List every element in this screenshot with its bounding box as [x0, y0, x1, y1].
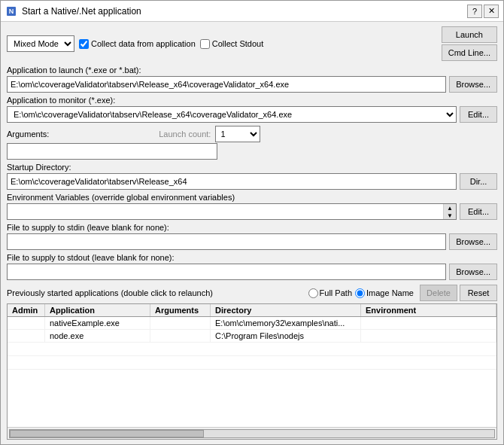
env-vars-section: Environment Variables (override global e…: [7, 193, 497, 220]
h-scrollbar-container: [8, 427, 496, 439]
cell-dir-1: E:\om\c\memory32\examples\nati...: [211, 317, 361, 329]
image-name-radio-label[interactable]: Image Name: [355, 288, 414, 298]
prev-apps-section: Previously started applications (double …: [7, 285, 497, 440]
main-window: N Start a Native/.Net application ? ✕ Mi…: [0, 0, 504, 445]
env-vars-row: ▲ ▼ Edit...: [7, 203, 497, 220]
stdin-input[interactable]: [7, 233, 446, 250]
col-arguments: Arguments: [150, 304, 211, 316]
env-vars-input[interactable]: [8, 204, 443, 219]
full-path-text: Full Path: [320, 288, 352, 297]
image-name-radio[interactable]: [355, 288, 365, 298]
delete-button[interactable]: Delete: [420, 285, 457, 301]
stdout-section: File to supply to stdout (leave blank fo…: [7, 253, 497, 280]
table-row-empty: [8, 356, 496, 370]
collect-stdout-label[interactable]: Collect Stdout: [200, 39, 263, 49]
col-environment: Environment: [361, 304, 496, 316]
launch-count-combo[interactable]: 1: [215, 126, 260, 142]
title-bar: N Start a Native/.Net application ? ✕: [1, 1, 503, 22]
svg-text:N: N: [9, 8, 14, 15]
toolbar-row: Mixed Mode Collect data from application…: [7, 26, 497, 61]
close-button[interactable]: ✕: [484, 5, 499, 18]
path-radio-group: Full Path Image Name: [308, 288, 414, 298]
cell-env-2: [361, 330, 496, 342]
app-monitor-label: Application to monitor (*.exe):: [7, 96, 497, 105]
applications-table: Admin Application Arguments Directory En…: [7, 303, 497, 440]
env-vars-label: Environment Variables (override global e…: [7, 193, 497, 202]
cell-dir-2: C:\Program Files\nodejs: [211, 330, 361, 342]
startup-dir-section: Startup Directory: Dir...: [7, 163, 497, 190]
app-monitor-combo[interactable]: E:\om\c\coverageValidator\tabserv\Releas…: [7, 106, 457, 123]
stdout-browse-button[interactable]: Browse...: [449, 264, 497, 280]
cell-admin-1: [8, 317, 45, 329]
app-monitor-row: E:\om\c\coverageValidator\tabserv\Releas…: [7, 106, 497, 123]
table-head: Admin Application Arguments Directory En…: [8, 304, 496, 317]
stdout-label: File to supply to stdout (leave blank fo…: [7, 253, 497, 262]
window-title: Start a Native/.Net application: [22, 6, 467, 17]
app-launch-section: Application to launch (*.exe or *.bat): …: [7, 66, 497, 93]
arguments-input[interactable]: [7, 143, 217, 160]
app-monitor-section: Application to monitor (*.exe): E:\om\c\…: [7, 96, 497, 123]
cell-args-2: [150, 330, 211, 342]
help-button[interactable]: ?: [467, 5, 482, 18]
table-row[interactable]: node.exe C:\Program Files\nodejs: [8, 330, 496, 343]
reset-button[interactable]: Reset: [460, 285, 497, 301]
content-area: Mixed Mode Collect data from application…: [1, 22, 503, 444]
table-row-empty: [8, 343, 496, 356]
col-application: Application: [45, 304, 150, 316]
table-action-btns: Delete Reset: [420, 285, 497, 301]
args-row: Arguments: Launch count: 1: [7, 126, 497, 142]
app-launch-row: Browse...: [7, 76, 497, 93]
app-launch-label: Application to launch (*.exe or *.bat):: [7, 66, 497, 75]
arguments-section: Arguments: Launch count: 1: [7, 126, 497, 160]
browse-app-button[interactable]: Browse...: [449, 76, 497, 93]
window-controls: ? ✕: [467, 5, 499, 18]
stdin-section: File to supply to stdin (leave blank for…: [7, 223, 497, 250]
launch-count-label: Launch count:: [159, 130, 211, 139]
table-header-row: Previously started applications (double …: [7, 285, 497, 301]
image-name-text: Image Name: [366, 288, 414, 297]
table-row[interactable]: nativeExample.exe E:\om\c\memory32\examp…: [8, 317, 496, 330]
collect-stdout-checkbox[interactable]: [200, 39, 210, 49]
cell-app-2: node.exe: [45, 330, 150, 342]
mode-select[interactable]: Mixed Mode: [7, 35, 74, 52]
app-icon: N: [5, 5, 17, 17]
dir-button[interactable]: Dir...: [460, 173, 497, 190]
stdout-input[interactable]: [7, 264, 446, 280]
stdin-browse-button[interactable]: Browse...: [449, 233, 497, 250]
launch-button[interactable]: Launch: [442, 26, 497, 43]
env-edit-button[interactable]: Edit...: [460, 203, 497, 220]
table-body: nativeExample.exe E:\om\c\memory32\examp…: [8, 317, 496, 427]
stdout-row: Browse...: [7, 264, 497, 280]
cell-env-1: [361, 317, 496, 329]
collect-data-text: Collect data from application: [91, 39, 196, 48]
col-directory: Directory: [211, 304, 361, 316]
env-spinner-up[interactable]: ▲: [444, 204, 456, 212]
collect-data-label[interactable]: Collect data from application: [79, 39, 196, 49]
stdin-label: File to supply to stdin (leave blank for…: [7, 223, 497, 232]
stdin-row: Browse...: [7, 233, 497, 250]
full-path-radio[interactable]: [308, 288, 318, 298]
col-admin: Admin: [8, 304, 45, 316]
env-spinner-down[interactable]: ▼: [444, 212, 456, 219]
startup-dir-input[interactable]: [7, 173, 457, 190]
cmd-line-button[interactable]: Cmd Line...: [442, 44, 497, 61]
arguments-label: Arguments:: [7, 130, 49, 139]
cell-admin-2: [8, 330, 45, 342]
cell-args-1: [150, 317, 211, 329]
collect-data-checkbox[interactable]: [79, 39, 89, 49]
app-launch-input[interactable]: [7, 76, 446, 93]
h-scrollbar[interactable]: [9, 429, 495, 438]
startup-dir-label: Startup Directory:: [7, 163, 497, 172]
h-scrollbar-thumb[interactable]: [10, 430, 204, 437]
collect-stdout-text: Collect Stdout: [212, 39, 263, 48]
full-path-radio-label[interactable]: Full Path: [308, 288, 352, 298]
prev-apps-label: Previously started applications (double …: [7, 288, 302, 297]
startup-dir-row: Dir...: [7, 173, 497, 190]
cell-app-1: nativeExample.exe: [45, 317, 150, 329]
app-monitor-edit-button[interactable]: Edit...: [460, 106, 497, 123]
